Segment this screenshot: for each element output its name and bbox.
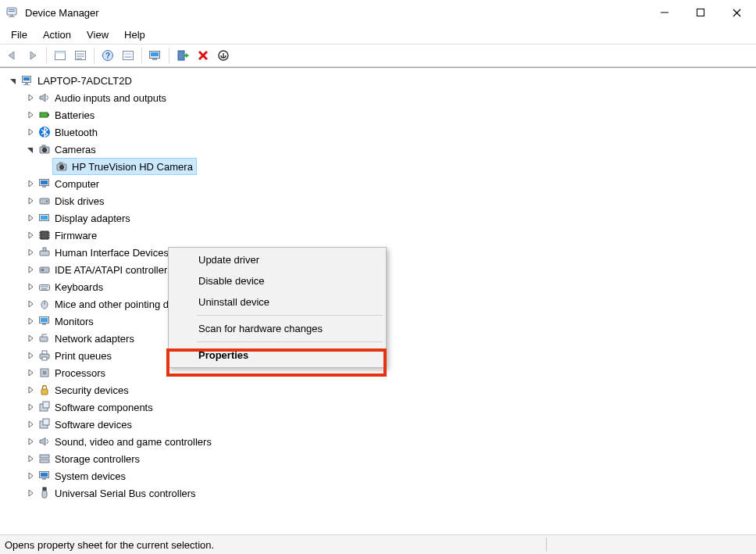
chevron-right-icon[interactable] [25, 402, 36, 413]
tree-label: LAPTOP-7ADCLT2D [37, 75, 132, 87]
menu-action[interactable]: Action [35, 27, 79, 43]
tree-node-display[interactable]: Display adapters [5, 209, 756, 227]
chevron-right-icon[interactable] [25, 316, 36, 327]
tree-node-swdev[interactable]: Software devices [5, 416, 756, 433]
svg-rect-60 [42, 286, 44, 288]
tree-node-swcomp[interactable]: Software components [5, 399, 756, 416]
tree-label: IDE ATA/ATAPI controllers [55, 264, 173, 276]
keyboard-icon [37, 280, 52, 294]
chevron-right-icon[interactable] [25, 470, 36, 481]
tree-node-batteries[interactable]: Batteries [5, 106, 756, 123]
svg-rect-3 [10, 15, 13, 16]
software-icon [37, 417, 52, 431]
tree-label: Batteries [55, 109, 94, 121]
back-button[interactable] [3, 46, 22, 65]
chevron-right-icon[interactable] [25, 384, 36, 395]
svg-rect-69 [42, 323, 46, 325]
forward-button[interactable] [23, 46, 42, 65]
svg-rect-36 [42, 145, 45, 147]
menu-file[interactable]: File [3, 27, 35, 43]
svg-rect-86 [43, 488, 46, 491]
properties-toolbar-button[interactable] [71, 46, 90, 65]
svg-rect-70 [40, 337, 48, 341]
tree-label: Security devices [55, 384, 129, 396]
disk-icon [37, 194, 52, 208]
chevron-right-icon[interactable] [25, 92, 36, 103]
chevron-right-icon[interactable] [25, 109, 36, 120]
window-controls [647, 1, 754, 24]
svg-point-44 [46, 201, 48, 202]
context-menu-uninstall-device[interactable]: Uninstall device [170, 291, 384, 313]
chevron-right-icon[interactable] [25, 178, 36, 189]
scan-hardware-toolbar-button[interactable] [146, 46, 165, 65]
context-menu-update-driver[interactable]: Update driver [170, 249, 384, 270]
chevron-right-icon[interactable] [25, 453, 36, 464]
menu-help[interactable]: Help [116, 27, 153, 43]
tree-node-security[interactable]: Security devices [5, 381, 756, 399]
chevron-right-icon[interactable] [25, 350, 36, 361]
context-menu-scan-hardware[interactable]: Scan for hardware changes [170, 318, 384, 339]
tree-node-diskdrives[interactable]: Disk drives [5, 192, 756, 209]
disable-toolbar-button[interactable] [214, 46, 233, 65]
chevron-down-icon[interactable] [25, 144, 36, 155]
bluetooth-icon [37, 125, 52, 139]
tree-label: Audio inputs and outputs [55, 92, 166, 104]
tree-leaf-camera-device[interactable]: HP TrueVision HD Camera [5, 158, 756, 175]
chip-icon [37, 228, 52, 242]
chevron-right-icon[interactable] [25, 281, 36, 292]
tree-label: System devices [55, 470, 126, 482]
minimize-button[interactable] [647, 1, 683, 24]
show-hide-console-tree-button[interactable] [51, 46, 70, 65]
menu-view[interactable]: View [79, 27, 116, 43]
tree-node-bluetooth[interactable]: Bluetooth [5, 123, 756, 141]
tree-node-audio[interactable]: Audio inputs and outputs [5, 89, 756, 106]
svg-rect-17 [123, 52, 134, 60]
tree-label: Processors [55, 367, 105, 379]
camera-icon [37, 142, 52, 156]
close-button[interactable] [719, 1, 754, 24]
chevron-right-icon[interactable] [25, 247, 36, 258]
context-menu-properties[interactable]: Properties [170, 345, 384, 366]
context-menu-separator [197, 315, 383, 316]
chevron-right-icon[interactable] [25, 333, 36, 344]
chevron-right-icon[interactable] [25, 367, 36, 378]
device-tree[interactable]: LAPTOP-7ADCLT2D Audio inputs and outputs… [0, 69, 756, 527]
update-driver-toolbar-button[interactable] [173, 46, 192, 65]
chevron-right-icon[interactable] [25, 264, 36, 275]
svg-rect-31 [40, 113, 48, 117]
chevron-right-icon[interactable] [25, 488, 36, 499]
svg-rect-73 [42, 357, 47, 360]
chevron-right-icon[interactable] [25, 298, 36, 309]
uninstall-toolbar-button[interactable] [194, 46, 212, 65]
tree-label: Software components [55, 402, 153, 413]
chevron-right-icon[interactable] [25, 436, 36, 447]
tree-root[interactable]: LAPTOP-7ADCLT2D [5, 72, 756, 89]
chevron-right-icon[interactable] [25, 127, 36, 138]
help-toolbar-button[interactable]: ? [98, 46, 117, 65]
tree-node-computer[interactable]: Computer [5, 175, 756, 192]
mouse-icon [37, 297, 52, 311]
tree-node-sound[interactable]: Sound, video and game controllers [5, 433, 756, 450]
statusbar-text: Opens property sheet for the current sel… [5, 539, 544, 551]
tree-node-firmware[interactable]: Firmware [5, 227, 756, 244]
network-icon [37, 331, 52, 345]
svg-rect-2 [9, 11, 15, 12]
chevron-right-icon[interactable] [25, 213, 36, 223]
context-menu-disable-device[interactable]: Disable device [170, 270, 384, 291]
svg-rect-39 [59, 163, 62, 164]
chevron-down-icon[interactable] [8, 75, 19, 86]
tree-node-system[interactable]: System devices [5, 467, 756, 484]
tree-node-usb[interactable]: Universal Serial Bus controllers [5, 484, 756, 502]
svg-rect-4 [9, 16, 15, 17]
action-toolbar-button[interactable] [119, 46, 137, 65]
cpu-icon [37, 366, 52, 380]
sound-icon [37, 434, 52, 449]
printer-icon [37, 348, 52, 363]
chevron-right-icon[interactable] [25, 195, 36, 206]
tree-node-cameras[interactable]: Cameras [5, 141, 756, 158]
chevron-right-icon[interactable] [25, 419, 36, 430]
chevron-right-icon[interactable] [25, 230, 36, 241]
tree-node-storage[interactable]: Storage controllers [5, 450, 756, 467]
tree-label: Firmware [55, 230, 97, 241]
maximize-button[interactable] [683, 1, 719, 24]
